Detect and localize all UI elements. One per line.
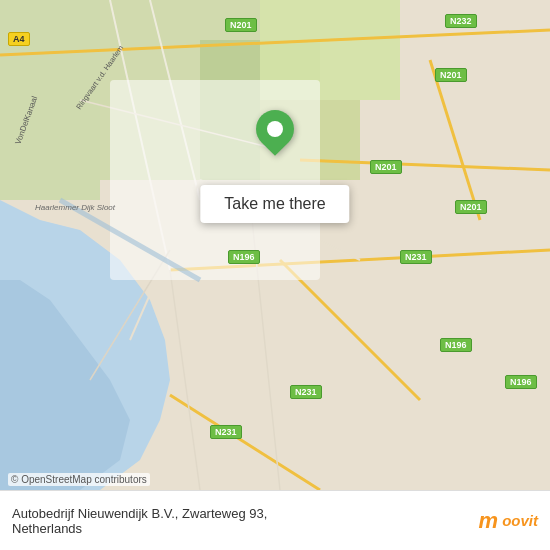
road-label-n196-far-right: N196 (505, 375, 537, 389)
road-label-n201-mid: N201 (370, 160, 402, 174)
road-label-a4: A4 (8, 32, 30, 46)
svg-text:Haarlemmer Dijk Sloot: Haarlemmer Dijk Sloot (35, 203, 116, 212)
bottom-bar: Autobedrijf Nieuwendijk B.V., Zwarteweg … (0, 490, 550, 550)
map-pin (256, 110, 294, 148)
road-label-n231-mid: N231 (400, 250, 432, 264)
map-container: Haarlemmer Dijk Sloot VonDelKanaal Ringv… (0, 0, 550, 490)
road-label-n196-right: N196 (440, 338, 472, 352)
address-line2: Netherlands (12, 521, 479, 536)
address-line1: Autobedrijf Nieuwendijk B.V., Zwarteweg … (12, 506, 479, 521)
road-label-n201-right-mid: N201 (455, 200, 487, 214)
road-label-n231-bottom: N231 (290, 385, 322, 399)
moovit-logo: m oovit (479, 508, 538, 534)
moovit-logo-text: oovit (502, 512, 538, 529)
take-me-there-button[interactable]: Take me there (200, 185, 349, 223)
road-label-n201-right-top: N201 (435, 68, 467, 82)
road-label-n196-mid: N196 (228, 250, 260, 264)
osm-attribution: © OpenStreetMap contributors (8, 473, 150, 486)
road-label-n232: N232 (445, 14, 477, 28)
moovit-m-letter: m (479, 508, 499, 534)
road-label-n201-top: N201 (225, 18, 257, 32)
address-text: Autobedrijf Nieuwendijk B.V., Zwarteweg … (12, 506, 479, 536)
road-label-n231-bottom2: N231 (210, 425, 242, 439)
